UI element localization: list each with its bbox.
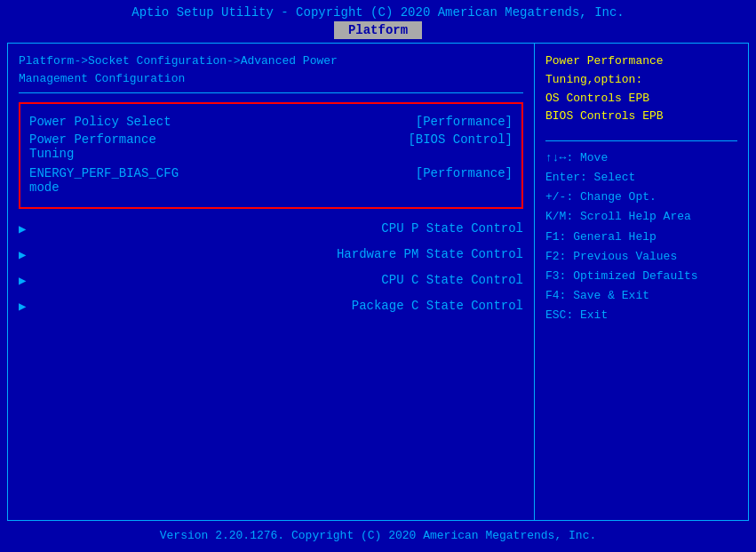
nav-package-c-state[interactable]: Package C State Control bbox=[19, 295, 523, 317]
key-f1: F1: General Help bbox=[545, 228, 737, 247]
key-change: +/-: Change Opt. bbox=[545, 188, 737, 207]
power-performance-value: [BIOS Control] bbox=[408, 132, 513, 147]
key-esc: ESC: Exit bbox=[545, 306, 737, 325]
key-move: ↑↓↔: Move bbox=[545, 148, 737, 168]
top-header: Aptio Setup Utility - Copyright (C) 2020… bbox=[0, 0, 756, 39]
key-f4: F4: Save & Exit bbox=[545, 286, 737, 306]
help-line-1: Power Performance bbox=[545, 52, 737, 71]
footer-text: Version 2.20.1276. Copyright (C) 2020 Am… bbox=[160, 529, 596, 542]
active-tab[interactable]: Platform bbox=[334, 21, 422, 39]
power-policy-value: [Performance] bbox=[416, 115, 513, 129]
main-area: Platform->Socket Configuration->Advanced… bbox=[7, 43, 749, 521]
nav-cpu-p-state-label: CPU P State Control bbox=[381, 221, 523, 236]
key-enter: Enter: Select bbox=[545, 168, 737, 188]
right-separator bbox=[545, 140, 737, 141]
nav-cpu-c-state-label: CPU C State Control bbox=[381, 273, 523, 287]
selection-box: Power Policy Select [Performance] Power … bbox=[19, 102, 523, 209]
energy-perf-value: [Performance] bbox=[416, 166, 513, 180]
power-policy-label: Power Policy Select bbox=[29, 115, 407, 129]
divider bbox=[19, 92, 523, 93]
nav-hardware-pm[interactable]: Hardware PM State Control bbox=[19, 244, 523, 266]
breadcrumb-line2: Management Configuration bbox=[19, 72, 185, 85]
key-scroll: K/M: Scroll Help Area bbox=[545, 207, 737, 227]
nav-cpu-p-state[interactable]: CPU P State Control bbox=[19, 218, 523, 240]
menu-item-energy-perf[interactable]: ENERGY_PERF_BIAS_CFG [Performance] mode bbox=[29, 166, 513, 195]
power-performance-label2: Tuning bbox=[29, 147, 74, 161]
right-panel: Power Performance Tuning,option: OS Cont… bbox=[535, 44, 748, 520]
breadcrumb-line1: Platform->Socket Configuration->Advanced… bbox=[19, 54, 338, 68]
breadcrumb: Platform->Socket Configuration->Advanced… bbox=[19, 52, 523, 87]
nav-cpu-c-state[interactable]: CPU C State Control bbox=[19, 269, 523, 292]
bottom-footer: Version 2.20.1276. Copyright (C) 2020 Am… bbox=[0, 524, 756, 547]
key-help: ↑↓↔: Move Enter: Select +/-: Change Opt.… bbox=[545, 148, 737, 325]
power-performance-label: Power Performance bbox=[29, 132, 399, 147]
help-line-2: Tuning,option: bbox=[545, 71, 737, 90]
tab-bar: Platform bbox=[0, 21, 756, 39]
energy-perf-label: ENERGY_PERF_BIAS_CFG bbox=[29, 166, 407, 180]
left-panel: Platform->Socket Configuration->Advanced… bbox=[8, 44, 535, 520]
nav-package-c-state-label: Package C State Control bbox=[352, 299, 523, 313]
energy-perf-label2: mode bbox=[29, 180, 60, 195]
key-f2: F2: Previous Values bbox=[545, 247, 737, 267]
header-title: Aptio Setup Utility - Copyright (C) 2020… bbox=[131, 5, 625, 20]
nav-hardware-pm-label: Hardware PM State Control bbox=[337, 247, 523, 261]
menu-item-power-performance[interactable]: Power Performance [BIOS Control] Tuning bbox=[29, 132, 513, 161]
help-text: Power Performance Tuning,option: OS Cont… bbox=[545, 52, 737, 126]
help-line-3: OS Controls EPB bbox=[545, 90, 737, 108]
help-line-4: BIOS Controls EPB bbox=[545, 108, 737, 126]
key-f3: F3: Optimized Defaults bbox=[545, 267, 737, 286]
menu-item-power-policy[interactable]: Power Policy Select [Performance] bbox=[29, 111, 513, 132]
